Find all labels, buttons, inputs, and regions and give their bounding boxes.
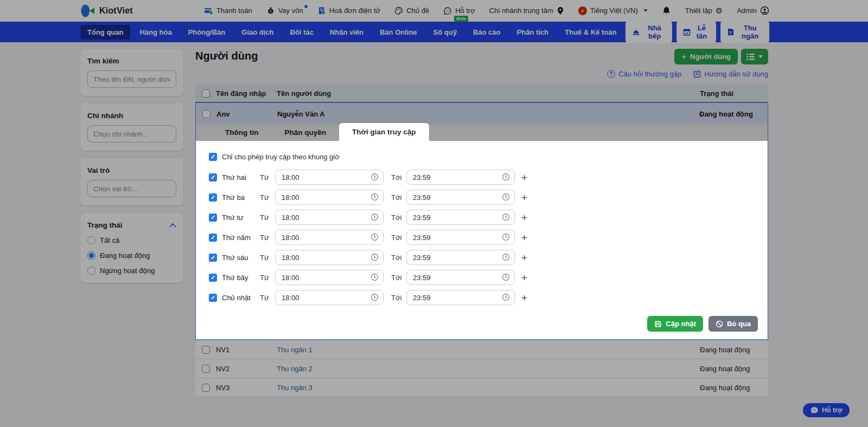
to-time-input[interactable] [406, 190, 515, 205]
gate-checkbox-row[interactable]: ✓ Chỉ cho phép truy cập theo khung giờ [209, 153, 758, 161]
view-options-button[interactable] [741, 49, 768, 64]
skip-button[interactable]: Bỏ qua [709, 316, 758, 332]
faq-link[interactable]: ? Câu hỏi thường gặp [607, 70, 681, 78]
nav-item-thue-ke-toan[interactable]: Thuế & Kế toán [558, 25, 623, 40]
nav-item-so-quy[interactable]: Số quỹ [426, 25, 464, 40]
status-option-all[interactable]: Tất cả [87, 236, 176, 244]
table-row-selected[interactable]: Anv Nguyễn Văn A Đang hoạt động [196, 102, 768, 125]
clock-icon [371, 233, 379, 241]
chevron-up-icon[interactable] [169, 223, 176, 228]
row-checkbox[interactable] [202, 384, 210, 392]
nav-item-phan-tich[interactable]: Phân tích [510, 25, 556, 40]
add-timeframe-button[interactable]: + [521, 273, 527, 283]
language-selector[interactable]: ★ Tiếng Việt (VN) [578, 7, 648, 15]
from-time-input[interactable] [275, 270, 384, 285]
day-checkbox[interactable]: ✓ [209, 214, 217, 222]
add-timeframe-button[interactable]: + [521, 212, 527, 223]
vietnam-flag-icon: ★ [578, 7, 587, 15]
from-time-input[interactable] [275, 290, 384, 305]
cashier-button-label: Thu ngân [737, 24, 763, 40]
nav-item-phong-ban[interactable]: Phòng/Bàn [181, 25, 233, 40]
status-option-active[interactable]: Đang hoạt động [87, 251, 176, 260]
cell-status: Đang hoạt động [700, 365, 768, 373]
from-time-input[interactable] [275, 210, 384, 225]
from-time-input[interactable] [275, 190, 384, 205]
account-menu[interactable]: Admin [737, 6, 769, 15]
status-option-inactive[interactable]: Ngừng hoạt động [87, 267, 176, 275]
settings-label: Thiết lập [685, 7, 712, 15]
topbar-item-hoa-don-dien-tu[interactable]: Hoá đơn điện tử [317, 7, 381, 15]
day-checkbox[interactable]: ✓ [209, 173, 217, 182]
search-input[interactable] [87, 70, 176, 88]
bell-icon [662, 6, 671, 16]
to-time-input[interactable] [406, 250, 515, 265]
add-user-button[interactable]: + Người dùng [674, 49, 738, 64]
topbar-item-chu-de[interactable]: Chủ đề [394, 7, 429, 15]
clock-icon [502, 213, 510, 221]
table-row[interactable]: NV2 Thu ngân 2 Đang hoạt động [195, 359, 768, 378]
add-timeframe-button[interactable]: + [521, 293, 527, 303]
day-label: Thứ tư [222, 214, 257, 222]
add-timeframe-button[interactable]: + [521, 172, 527, 183]
update-button[interactable]: Cập nhật [647, 316, 703, 332]
to-time-input[interactable] [406, 210, 515, 225]
to-time-input[interactable] [406, 170, 515, 185]
row-checkbox[interactable] [202, 346, 210, 354]
to-time-input[interactable] [406, 230, 515, 245]
add-timeframe-button[interactable]: + [521, 192, 527, 203]
tab-phan-quyen[interactable]: Phân quyền [271, 125, 339, 141]
topbar-item-vay-von[interactable]: $ Vay vốn [266, 7, 303, 15]
day-checkbox[interactable]: ✓ [209, 254, 217, 262]
nav-item-hang-hoa[interactable]: Hàng hóa [132, 25, 178, 40]
branch-select-input[interactable] [87, 125, 176, 143]
admin-label: Admin [737, 7, 757, 15]
tab-thoi-gian-truy-cap[interactable]: Thời gian truy cập [339, 123, 429, 141]
cashier-button[interactable]: Thu ngân [720, 21, 769, 43]
branch-selector[interactable]: Chi nhánh trung tâm [489, 7, 564, 15]
to-label: Tới [391, 234, 406, 242]
nav-item-nhan-vien[interactable]: Nhân viên [323, 25, 371, 40]
role-select-input[interactable] [87, 180, 176, 197]
theme-palette-icon [394, 7, 403, 15]
add-timeframe-button[interactable]: + [521, 253, 527, 263]
nav-item-bao-cao[interactable]: Báo cáo [466, 25, 508, 40]
nav-item-doi-tac[interactable]: Đối tác [283, 25, 321, 40]
to-time-input[interactable] [406, 270, 515, 285]
day-checkbox[interactable]: ✓ [209, 294, 217, 302]
notifications-button[interactable] [662, 6, 671, 16]
settings-button[interactable]: Thiết lập ⚙ [685, 6, 723, 16]
money-bag-icon: $ [266, 7, 275, 15]
day-checkbox[interactable]: ✓ [209, 274, 217, 282]
topbar-item-ho-tro[interactable]: Hỗ trợ Beta [443, 7, 475, 15]
support-chat-button[interactable]: Hỗ trợ [803, 403, 850, 417]
select-all-checkbox[interactable] [202, 89, 210, 98]
nav-item-ban-online[interactable]: Bán Online [373, 25, 424, 40]
checkbox-checked-icon[interactable]: ✓ [209, 153, 217, 161]
faq-link-label: Câu hỏi thường gặp [618, 70, 681, 78]
tab-thong-tin[interactable]: Thông tin [212, 125, 271, 141]
row-checkbox[interactable] [202, 110, 210, 118]
nav-item-tong-quan[interactable]: Tổng quan [80, 25, 130, 40]
day-checkbox[interactable]: ✓ [209, 193, 217, 202]
to-label: Tới [391, 274, 406, 282]
chevron-down-icon [643, 9, 648, 12]
to-time-input[interactable] [406, 290, 515, 305]
from-time-input[interactable] [275, 250, 384, 265]
add-timeframe-button[interactable]: + [521, 232, 527, 243]
nav-item-giao-dich[interactable]: Giao dịch [234, 25, 280, 40]
topbar-item-thanh-toan[interactable]: Thanh toán [204, 7, 252, 15]
main-nav: Tổng quan Hàng hóa Phòng/Bàn Giao dịch Đ… [0, 22, 868, 42]
table-row[interactable]: NV3 Thu ngân 3 Đang hoạt động [195, 378, 768, 397]
kitchen-button[interactable]: Nhà bếp [626, 21, 672, 43]
from-time-input[interactable] [275, 230, 384, 245]
user-guide-link[interactable]: Hướng dẫn sử dụng [693, 70, 768, 78]
row-checkbox[interactable] [202, 365, 210, 373]
reception-button[interactable]: Lễ tân [676, 21, 716, 43]
clock-icon [371, 273, 379, 281]
table-row[interactable]: NV1 Thu ngân 1 Đang hoạt động [195, 340, 768, 359]
cell-login: NV2 [216, 365, 277, 373]
day-checkbox[interactable]: ✓ [209, 234, 217, 242]
kiotviet-logo[interactable]: KiotViet [80, 4, 133, 18]
from-time-input[interactable] [275, 170, 384, 185]
brand-name: KiotViet [99, 6, 133, 16]
